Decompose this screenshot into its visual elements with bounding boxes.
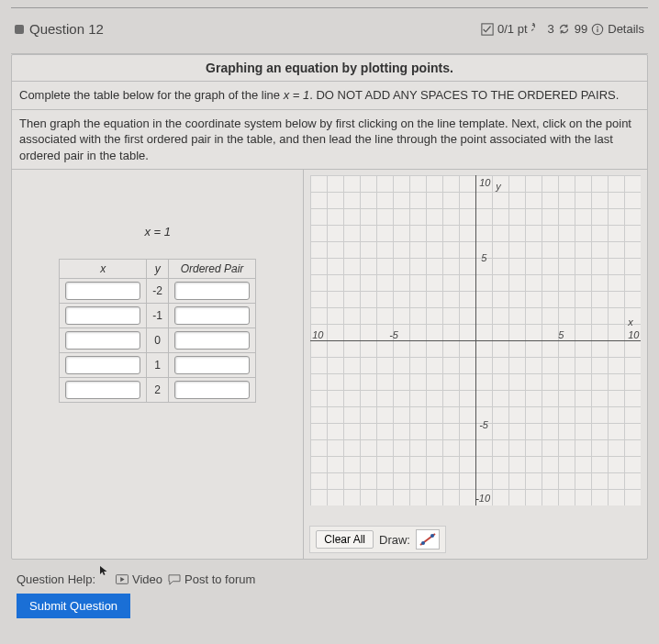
question-card: Graphing an equation by plotting points.…	[11, 54, 648, 560]
col-pair: Ordered Pair	[168, 260, 255, 279]
info-icon[interactable]	[591, 23, 604, 36]
tick-y-5: 5	[481, 252, 486, 263]
video-help-link[interactable]: Video	[116, 572, 162, 586]
x-input-2[interactable]	[65, 331, 140, 350]
retry-count: 3	[548, 22, 554, 36]
tick-x-10: 10	[628, 329, 639, 340]
pair-input-3[interactable]	[174, 356, 250, 374]
section-title: Graphing an equation by plotting points.	[12, 55, 647, 82]
forum-help-link[interactable]: Post to forum	[168, 572, 255, 586]
checkbox-icon	[481, 23, 494, 36]
table-row: -1	[60, 304, 256, 328]
undo-icon	[531, 23, 544, 36]
score-text: 0/1 pt	[497, 22, 528, 36]
forum-label: Post to forum	[184, 572, 255, 586]
instr1-pre: Complete the table below for the graph o…	[19, 88, 284, 102]
details-link[interactable]: Details	[608, 22, 644, 36]
col-x: x	[60, 260, 147, 279]
tick-x-neg5: -5	[389, 329, 398, 340]
draw-toolbar: Clear All Draw:	[309, 526, 446, 553]
instr1-eq: x = 1	[284, 88, 310, 102]
help-prefix: Question Help:	[17, 572, 95, 586]
pair-input-1[interactable]	[174, 306, 250, 325]
video-label: Video	[132, 572, 162, 586]
coordinate-grid[interactable]: 10 y 5 -5 -10 10 -5 5 10 x	[310, 175, 641, 524]
tick-x-left10: 10	[312, 329, 323, 340]
y-axis-label: y	[496, 181, 501, 192]
ordered-pair-table: x y Ordered Pair -2 -1 0	[59, 259, 256, 403]
x-axis-label: x	[628, 316, 633, 328]
y-val-3: 1	[147, 353, 169, 378]
y-val-0: -2	[147, 279, 169, 304]
attempts-left: 99	[575, 22, 587, 36]
graph-panel: 10 y 5 -5 -10 10 -5 5 10 x Clear All Dra…	[304, 170, 647, 559]
table-row: 0	[60, 328, 256, 353]
pair-input-0[interactable]	[174, 282, 250, 300]
x-input-0[interactable]	[65, 282, 140, 300]
video-icon	[116, 573, 128, 586]
y-val-4: 2	[147, 378, 169, 403]
tick-y-10: 10	[479, 177, 490, 188]
svg-rect-3	[598, 28, 598, 32]
pair-input-2[interactable]	[174, 331, 250, 350]
clear-all-button[interactable]: Clear All	[316, 530, 374, 549]
svg-point-5	[421, 541, 425, 545]
question-header: Question 12 0/1 pt 3 99 Details	[11, 12, 648, 48]
pair-input-4[interactable]	[174, 381, 250, 399]
line-tool-button[interactable]	[416, 529, 440, 550]
y-val-2: 0	[147, 328, 169, 353]
svg-point-2	[597, 26, 598, 28]
refresh-icon	[558, 23, 571, 36]
col-y: y	[147, 260, 169, 279]
instr1-post: . DO NOT ADD ANY SPACES TO THE ORDERED P…	[309, 88, 619, 102]
table-row: 2	[60, 378, 256, 403]
tick-x-5: 5	[558, 329, 564, 340]
question-bullet-icon	[15, 25, 24, 34]
x-input-4[interactable]	[65, 381, 140, 399]
x-input-1[interactable]	[65, 306, 140, 325]
tick-y-neg5: -5	[479, 419, 488, 430]
x-input-3[interactable]	[65, 356, 140, 374]
y-val-1: -1	[147, 304, 169, 328]
equation-label: x = 1	[144, 225, 171, 239]
help-row: Question Help: Video Post to forum	[11, 560, 648, 594]
tick-y-neg10: -10	[475, 493, 490, 504]
chat-icon	[168, 573, 181, 586]
table-row: 1	[60, 353, 256, 378]
instruction-2: Then graph the equation in the coordinat…	[12, 110, 647, 171]
question-title: Question 12	[29, 21, 104, 37]
submit-button[interactable]: Submit Question	[17, 594, 130, 618]
instruction-1: Complete the table below for the graph o…	[12, 82, 647, 110]
cursor-icon	[99, 565, 108, 579]
table-row: -2	[60, 279, 256, 304]
draw-label: Draw:	[379, 533, 410, 547]
svg-point-6	[430, 534, 434, 538]
table-panel: x = 1 x y Ordered Pair -2 -1	[12, 170, 304, 559]
